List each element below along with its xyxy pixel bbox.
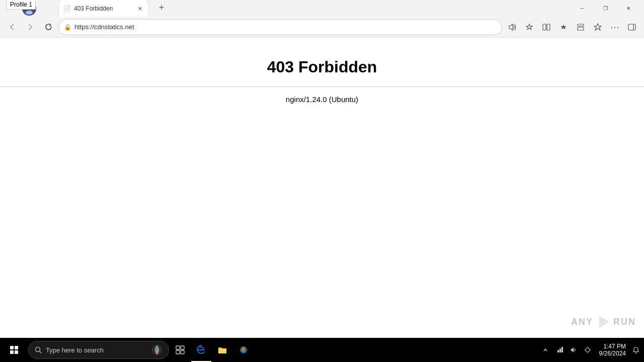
sidebar-button[interactable] <box>624 19 640 35</box>
server-info: nginx/1.24.0 (Ubuntu) <box>286 95 358 104</box>
page-content: 403 Forbidden nginx/1.24.0 (Ubuntu) ANY … <box>0 38 644 338</box>
tab-close-button[interactable]: ✕ <box>135 4 144 13</box>
svg-rect-23 <box>557 350 559 352</box>
svg-rect-25 <box>561 347 563 352</box>
svg-point-1 <box>26 11 33 15</box>
chevron-up-tray-icon[interactable] <box>538 338 552 362</box>
svg-marker-8 <box>599 316 609 328</box>
svg-rect-19 <box>181 346 184 349</box>
svg-rect-24 <box>559 348 561 352</box>
explorer-taskbar-button[interactable] <box>212 338 232 362</box>
svg-rect-4 <box>578 24 584 26</box>
tab-title: 403 Forbidden <box>74 5 132 12</box>
network-icon[interactable] <box>552 338 567 362</box>
address-bar[interactable]: 🔒 https://cdnstatics.net <box>58 19 502 35</box>
favorites-bar-button[interactable] <box>555 19 572 35</box>
split-button[interactable] <box>538 19 554 35</box>
watermark: ANY RUN <box>571 314 636 330</box>
svg-rect-5 <box>578 27 584 30</box>
svg-rect-21 <box>181 350 184 354</box>
browser-frame: Profile 1 📄 403 Forbidden ✕ + ─ ❐ ✕ <box>0 0 644 362</box>
volume-icon[interactable] <box>567 338 581 362</box>
svg-rect-3 <box>547 24 550 30</box>
profile-area[interactable]: Profile 1 <box>4 0 54 19</box>
read-aloud-button[interactable] <box>504 19 520 35</box>
taskbar-clock[interactable]: 1:47 PM 9/26/2024 <box>595 338 630 362</box>
watermark-text: ANY <box>571 317 593 327</box>
svg-rect-12 <box>15 350 18 354</box>
nav-bar: 🔒 https://cdnstatics.net ⋯ <box>0 17 644 38</box>
active-tab[interactable]: 📄 403 Forbidden ✕ <box>58 0 149 17</box>
task-view-button[interactable] <box>170 338 190 362</box>
browser-essentials-button[interactable] <box>590 19 606 35</box>
svg-rect-18 <box>176 346 180 349</box>
refresh-button[interactable] <box>40 19 56 35</box>
svg-rect-20 <box>176 350 180 354</box>
profile-tooltip: Profile 1 <box>7 0 36 10</box>
restore-button[interactable]: ❐ <box>594 0 617 17</box>
tab-icon: 📄 <box>63 5 71 13</box>
msn-icon <box>151 344 163 355</box>
svg-rect-6 <box>628 24 635 30</box>
start-button[interactable] <box>2 338 26 362</box>
clock-time: 1:47 PM <box>603 343 626 350</box>
address-text: https://cdnstatics.net <box>74 23 497 31</box>
forward-button[interactable] <box>22 19 38 35</box>
svg-rect-10 <box>15 346 18 349</box>
page-divider <box>0 86 644 87</box>
new-tab-button[interactable]: + <box>153 0 170 16</box>
svg-rect-11 <box>10 350 14 354</box>
firefox-taskbar-button[interactable] <box>233 338 254 362</box>
svg-point-26 <box>586 348 590 352</box>
window-controls: ─ ❐ ✕ <box>571 0 640 17</box>
edge-taskbar-button[interactable] <box>191 338 211 362</box>
page-heading: 403 Forbidden <box>267 58 377 76</box>
taskbar-search-text: Type here to search <box>46 346 104 354</box>
settings-button[interactable]: ⋯ <box>607 19 623 35</box>
nav-actions: ⋯ <box>504 19 640 35</box>
title-bar: Profile 1 📄 403 Forbidden ✕ + ─ ❐ ✕ <box>0 0 644 17</box>
close-button[interactable]: ✕ <box>617 0 640 17</box>
notifications-icon[interactable] <box>581 338 595 362</box>
clock-date: 9/26/2024 <box>599 350 626 357</box>
taskbar-search-icons <box>151 344 163 355</box>
svg-line-14 <box>40 351 42 353</box>
svg-rect-2 <box>543 24 546 30</box>
notification-center-button[interactable] <box>630 338 642 362</box>
minimize-button[interactable]: ─ <box>571 0 594 17</box>
lock-icon: 🔒 <box>64 24 71 31</box>
back-button[interactable] <box>4 19 20 35</box>
favorite-button[interactable] <box>521 19 537 35</box>
svg-rect-9 <box>10 346 14 349</box>
taskbar-right: 1:47 PM 9/26/2024 <box>538 338 642 362</box>
watermark-subtext: RUN <box>613 317 636 327</box>
collections-button[interactable] <box>573 19 589 35</box>
taskbar: Type here to search <box>0 338 644 362</box>
watermark-play-icon <box>595 314 611 330</box>
taskbar-search[interactable]: Type here to search <box>28 341 169 359</box>
